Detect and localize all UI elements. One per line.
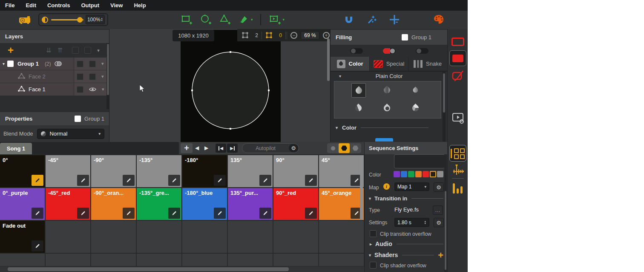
sequence-cell-empty[interactable] (182, 221, 227, 253)
zoom-out-button[interactable]: − (290, 32, 297, 39)
output-rect-filled-icon-selected[interactable] (449, 50, 466, 66)
edit-cell-button[interactable] (123, 175, 135, 186)
add-ellipse-tool-icon[interactable] (200, 14, 212, 26)
next-cue-button[interactable]: ▶ (204, 145, 208, 151)
sequence-cell-empty[interactable] (273, 254, 318, 266)
color-swatch-0[interactable] (394, 171, 400, 177)
zoom-level-field[interactable]: 69 % (301, 31, 319, 40)
sequence-cell-empty[interactable] (228, 221, 273, 253)
layer-visibility-toggle[interactable] (89, 73, 96, 80)
droplet-style-small[interactable] (408, 83, 422, 97)
edit-cell-button[interactable] (77, 175, 89, 186)
pen-tool-icon[interactable]: ▾ (238, 14, 253, 25)
audio-section-header[interactable]: ▸ Audio (370, 240, 443, 247)
plain-color-section-header[interactable]: ▾ Plain Color (331, 72, 447, 81)
droplet-style-half[interactable] (351, 101, 365, 115)
droplet-style-shaded[interactable] (380, 83, 394, 97)
zoom-in-button[interactable]: + (323, 32, 330, 39)
edit-cell-button[interactable] (32, 240, 43, 252)
eye-icon[interactable] (89, 87, 96, 92)
sequence-cell--180°[interactable]: -180° (182, 155, 227, 187)
sequence-cell-empty[interactable] (0, 254, 45, 266)
edit-cell-button[interactable] (123, 208, 135, 219)
filling-scrollbar[interactable] (443, 72, 446, 142)
snap-magnet-icon[interactable] (344, 15, 354, 24)
layer-solo-toggle[interactable] (77, 86, 83, 93)
mode-hex-button[interactable] (350, 145, 361, 151)
gradient-stop-handle[interactable] (375, 138, 393, 142)
add-triangle-tool-icon[interactable] (219, 14, 231, 26)
tab-snake[interactable]: Snake (408, 57, 447, 71)
section-collapse-icon[interactable]: ▾ (369, 253, 371, 258)
layers-toggle-all-1[interactable] (72, 47, 79, 54)
sequence-cell-90°[interactable]: 90° (273, 155, 318, 187)
color-swatch-4[interactable] (423, 171, 429, 177)
send-backward-icon[interactable]: ⇊ (46, 46, 52, 54)
mode-hex-button-active[interactable] (339, 143, 350, 153)
clip-tool-icon[interactable]: ▾ (268, 14, 285, 26)
sequence-cell-empty[interactable] (46, 254, 90, 266)
edit-cell-button[interactable] (214, 208, 226, 219)
edit-cell-button[interactable] (32, 208, 43, 219)
slider-knob[interactable] (77, 17, 83, 23)
section-collapse-icon[interactable]: ▾ (336, 125, 338, 130)
color-swatch-2[interactable] (408, 171, 414, 177)
layer-row-collapse-icon[interactable]: ▾ (101, 74, 104, 79)
menu-edit[interactable]: Edit (26, 2, 36, 9)
edit-cell-button[interactable] (259, 175, 271, 186)
sequence-cell-45°[interactable]: 45° (319, 155, 364, 187)
browse-transition-button[interactable]: ... (433, 205, 443, 215)
scrollbar-thumb[interactable] (8, 267, 289, 271)
properties-target-checkbox[interactable] (75, 116, 81, 122)
autopilot-gear-button[interactable]: ⚙ (289, 144, 298, 152)
layer-row-group[interactable]: ▾ Group 1 (2) ▾ (0, 58, 106, 70)
sequence-cell-empty[interactable] (319, 221, 364, 253)
edit-cell-button[interactable] (168, 208, 180, 219)
sequence-cell-135°[interactable]: 135° (228, 155, 273, 187)
prev-cue-button[interactable]: ◀ (195, 145, 199, 151)
droplet-style-split[interactable] (408, 101, 422, 115)
layer-row-collapse-icon[interactable]: ▾ (102, 87, 104, 92)
skip-to-end-button[interactable]: ▶ (227, 144, 238, 153)
skip-to-start-button[interactable]: ◀ (216, 144, 226, 153)
color-swatch-5[interactable] (430, 171, 436, 177)
sequence-notes-box[interactable] (394, 154, 445, 168)
layers-collapse-icon[interactable]: ▾ (97, 48, 100, 53)
blend-mode-dropdown[interactable]: Normal ▾ (37, 129, 104, 139)
magic-wand-icon[interactable] (366, 14, 377, 25)
shaders-section-header[interactable]: ▾ Shaders + (369, 252, 443, 258)
sequence-cell-empty[interactable] (273, 221, 318, 253)
layer-row-face1[interactable]: Face 1 ▾ (0, 83, 106, 96)
menu-view[interactable]: View (110, 2, 123, 9)
special-enable-toggle[interactable] (383, 48, 396, 54)
sequence-settings-scrollbar[interactable] (444, 154, 447, 272)
sequence-cell-empty[interactable] (91, 221, 136, 253)
sequence-cell--135°[interactable]: -135° (137, 155, 181, 187)
add-layer-button[interactable]: + (8, 46, 14, 55)
clip-shader-overflow-checkbox[interactable] (370, 262, 377, 269)
color-palette-icon[interactable] (433, 14, 445, 26)
section-collapse-icon[interactable]: ▾ (369, 196, 371, 201)
edit-cell-button[interactable] (214, 175, 226, 186)
menu-output[interactable]: Output (81, 2, 99, 9)
edit-cell-button[interactable] (32, 175, 43, 186)
layer-solo-toggle[interactable] (77, 61, 83, 67)
sequence-cell-empty[interactable] (182, 254, 227, 266)
add-rectangle-tool-icon[interactable] (181, 14, 193, 26)
layer-solo-toggle[interactable] (77, 73, 83, 80)
workspace-scrollbar[interactable] (327, 38, 330, 81)
color-swatch-3[interactable] (415, 171, 422, 177)
sequence-cell-empty[interactable] (91, 254, 136, 266)
autopilot-field[interactable]: Autopilot ⚙ (242, 143, 299, 153)
sequence-cell--90°_oran...[interactable]: -90°_oran... (91, 188, 136, 220)
grid-horizontal-scrollbar[interactable] (0, 266, 364, 272)
bring-forward-icon[interactable]: ⇈ (58, 46, 63, 54)
clip-transition-overflow-checkbox[interactable] (370, 230, 377, 237)
sequence-cell-empty[interactable] (228, 254, 273, 266)
layer-visibility-toggle[interactable] (89, 61, 96, 67)
audio-levels-icon[interactable] (453, 182, 463, 194)
edit-cell-button[interactable] (168, 175, 180, 186)
sequence-cell--180°_blue[interactable]: -180°_blue (182, 188, 227, 220)
brightness-value-spinner[interactable]: 100% ▲▼ (86, 15, 105, 24)
tab-color[interactable]: Color (331, 57, 370, 71)
